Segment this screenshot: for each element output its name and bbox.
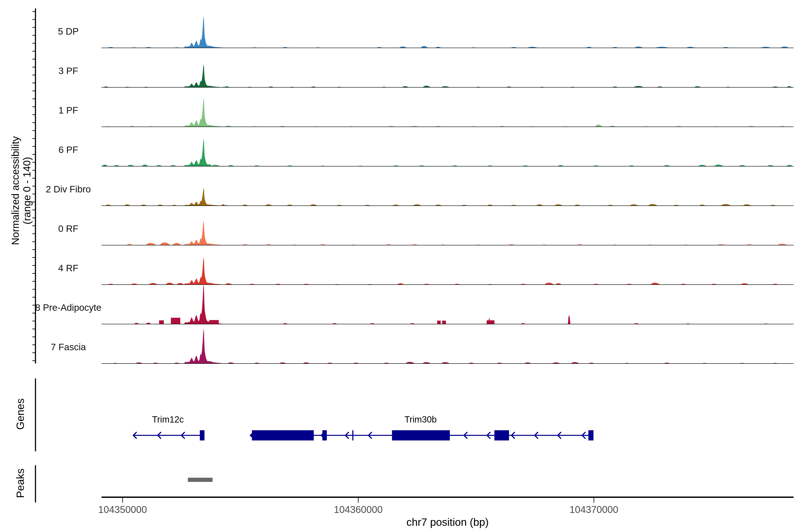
gene-exon — [494, 430, 509, 440]
track-label: 1 PF — [58, 105, 78, 115]
gene-exon — [252, 430, 314, 440]
coverage-track: 1 PF — [58, 98, 794, 127]
gene-model: Trim30b — [250, 415, 594, 440]
coverage-area — [101, 98, 794, 127]
coverage-plot-figure: Normalized accessibility (range 0 - 140)… — [0, 0, 798, 532]
track-label: 7 Fascia — [51, 342, 86, 352]
x-axis-tick-label: 104360000 — [334, 504, 383, 515]
track-label: 4 RF — [58, 263, 78, 273]
coverage-area — [101, 258, 794, 285]
track-label: 0 RF — [58, 224, 78, 234]
coverage-area — [101, 328, 794, 363]
coverage-track: 0 RF — [58, 221, 794, 245]
coverage-area — [101, 64, 794, 87]
coverage-area — [101, 139, 794, 167]
coverage-area — [101, 188, 794, 206]
gene-models: Trim12cTrim30b — [133, 415, 594, 440]
peak-bar — [188, 478, 213, 482]
track-label: 3 PF — [58, 65, 78, 76]
coverage-block — [159, 320, 164, 324]
gene-name-label: Trim30b — [404, 415, 437, 424]
coverage-block — [442, 321, 446, 324]
gene-exon — [322, 430, 327, 440]
gene-exon — [200, 430, 205, 440]
coverage-area — [101, 16, 794, 48]
gene-name-label: Trim12c — [152, 415, 184, 424]
peak-annotations — [188, 478, 213, 482]
coverage-track: 6 PF — [58, 139, 794, 167]
coverage-block — [209, 320, 219, 324]
left-axis-brackets — [32, 8, 36, 502]
coverage-area — [101, 221, 794, 245]
coverage-track: 5 DP — [58, 16, 794, 48]
track-label: 8 Pre-Adipocyte — [35, 302, 101, 313]
coverage-block — [487, 320, 494, 324]
gene-model: Trim12c — [133, 415, 205, 440]
track-label: 6 PF — [58, 145, 78, 155]
gene-exon — [352, 430, 353, 440]
x-axis-tick-label: 104350000 — [98, 504, 147, 515]
coverage-track: 2 Div Fibro — [46, 184, 794, 206]
x-axis: 104350000104360000104370000 — [98, 497, 794, 515]
x-axis-tick-label: 104370000 — [569, 504, 618, 515]
peaks-section-label: Peaks — [14, 468, 26, 498]
coverage-block — [437, 321, 441, 324]
coverage-block — [171, 318, 180, 324]
coverage-track: 3 PF — [58, 64, 794, 87]
coverage-area — [101, 284, 794, 324]
coverage-track: 8 Pre-Adipocyte — [35, 284, 794, 324]
track-label: 5 DP — [58, 26, 78, 37]
coverage-track: 4 RF — [58, 258, 794, 285]
gene-exon — [588, 430, 593, 440]
genes-section-label: Genes — [14, 398, 26, 430]
genome-browser-svg: Normalized accessibility (range 0 - 140)… — [0, 0, 798, 532]
y-axis-label-line2: (range 0 - 140) — [21, 157, 33, 224]
x-axis-title: chr7 position (bp) — [406, 516, 489, 528]
coverage-track: 7 Fascia — [51, 328, 794, 363]
y-axis-label-line1: Normalized accessibility — [10, 136, 21, 245]
track-label: 2 Div Fibro — [46, 184, 91, 194]
gene-exon — [392, 430, 450, 440]
coverage-tracks: 5 DP3 PF1 PF6 PF2 Div Fibro0 RF4 RF8 Pre… — [35, 16, 794, 363]
